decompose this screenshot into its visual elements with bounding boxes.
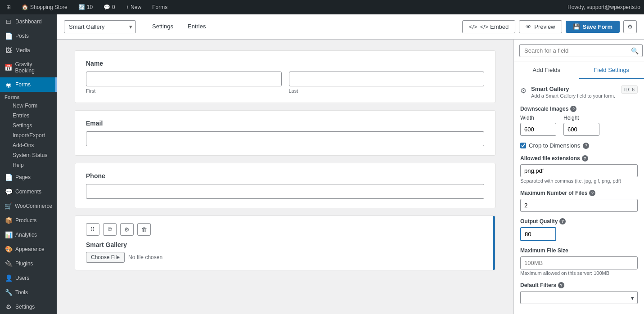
field-id-badge: ID: 6: [621, 85, 638, 94]
output-quality-input[interactable]: [520, 227, 556, 241]
sg-move-button[interactable]: ⠿: [86, 223, 99, 236]
height-input[interactable]: [563, 123, 599, 136]
crop-help-icon[interactable]: ?: [583, 143, 589, 149]
save-icon: 💾: [573, 23, 580, 30]
sidebar-item-plugins[interactable]: 🔌 Plugins: [0, 256, 57, 271]
gravity-booking-icon: 📅: [5, 64, 13, 71]
embed-button[interactable]: </> </> Embed: [462, 20, 515, 33]
sidebar-label-woocommerce: WooCommerce: [15, 203, 52, 209]
wp-logo-icon: ⊞: [6, 4, 11, 10]
sidebar-item-settings[interactable]: ⚙ Settings: [0, 300, 57, 314]
sidebar-sub-settings[interactable]: Settings: [0, 121, 57, 130]
sidebar-label-media: Media: [15, 47, 30, 54]
wp-logo-item[interactable]: ⊞: [4, 0, 14, 14]
sidebar-label-settings: Settings: [15, 304, 35, 310]
sidebar-item-gravity-booking[interactable]: 📅 Gravity Booking: [0, 58, 57, 77]
embed-label: </> Embed: [480, 23, 509, 30]
gear-icon: ⚙: [627, 23, 633, 30]
height-col: Height: [563, 115, 599, 136]
sidebar-label-users: Users: [15, 275, 29, 281]
tab-field-settings[interactable]: Field Settings: [579, 62, 644, 79]
sg-duplicate-button[interactable]: ⧉: [103, 223, 117, 236]
sidebar-sub-help[interactable]: Help: [0, 160, 57, 170]
max-files-help-icon[interactable]: ?: [589, 190, 595, 196]
allowed-ext-row: Allowed file extensions ? Separated with…: [520, 155, 638, 184]
updates-item[interactable]: 🔄 10: [76, 0, 95, 14]
sidebar-item-users[interactable]: 👤 Users: [0, 271, 57, 285]
sidebar-item-appearance[interactable]: 🎨 Appearance: [0, 242, 57, 256]
sidebar-item-dashboard[interactable]: ⊟ Dashboard: [0, 14, 57, 29]
smart-gallery-toolbar: ⠿ ⧉ ⚙ 🗑: [86, 223, 484, 236]
updates-count: 10: [87, 4, 93, 10]
sidebar-sub-new-form[interactable]: New Form: [0, 101, 57, 111]
email-input[interactable]: [86, 131, 484, 146]
choose-file-button[interactable]: Choose File: [86, 252, 125, 263]
sidebar-item-woocommerce[interactable]: 🛒 WooCommerce: [0, 199, 57, 213]
phone-input[interactable]: [86, 184, 484, 199]
sidebar: ⊟ Dashboard 📄 Posts 🖼 Media 📅 Gravity Bo…: [0, 14, 57, 314]
downscale-help-icon[interactable]: ?: [570, 106, 576, 112]
sidebar-item-analytics[interactable]: 📊 Analytics: [0, 228, 57, 242]
smart-gallery-field: ⠿ ⧉ ⚙ 🗑 Smart Gallery Choose File No fil…: [75, 215, 495, 270]
max-files-input[interactable]: [520, 199, 638, 212]
plugins-icon: 🔌: [5, 260, 13, 267]
tab-entries[interactable]: Entries: [180, 19, 213, 34]
comments-count: 0: [112, 4, 115, 10]
crop-checkbox[interactable]: [520, 143, 526, 148]
sidebar-item-comments[interactable]: 💬 Comments: [0, 184, 57, 199]
sidebar-item-tools[interactable]: 🔧 Tools: [0, 285, 57, 300]
save-form-button[interactable]: 💾 Save Form: [566, 21, 620, 33]
phone-field-group: Phone: [75, 163, 495, 208]
last-name-input[interactable]: [289, 72, 485, 86]
crop-label: Crop to Dimensions: [529, 142, 580, 149]
first-name-input[interactable]: [86, 72, 282, 86]
default-filters-help-icon[interactable]: ?: [558, 282, 564, 288]
sidebar-item-products[interactable]: 📦 Products: [0, 213, 57, 228]
sidebar-sub-import-export[interactable]: Import/Export: [0, 130, 57, 140]
output-quality-help-icon[interactable]: ?: [559, 218, 566, 224]
dashboard-icon: ⊟: [5, 18, 13, 25]
default-filters-select[interactable]: [520, 291, 638, 304]
max-file-size-label: Maximum File Size: [520, 247, 638, 254]
max-files-row: Maximum Number of Files ?: [520, 190, 638, 212]
allowed-ext-input[interactable]: [520, 164, 638, 177]
sidebar-item-media[interactable]: 🖼 Media: [0, 43, 57, 58]
new-item[interactable]: + New: [123, 0, 144, 14]
field-border-bar: [493, 216, 495, 270]
width-input[interactable]: [520, 123, 556, 136]
comments-sidebar-icon: 💬: [5, 188, 13, 195]
sidebar-item-forms[interactable]: ◉ Forms: [0, 77, 57, 92]
sg-delete-button[interactable]: 🗑: [137, 223, 151, 236]
sidebar-sub-entries[interactable]: Entries: [0, 111, 57, 121]
sidebar-label-tools: Tools: [15, 289, 28, 296]
sg-settings-button[interactable]: ⚙: [120, 223, 134, 236]
embed-code-icon: </>: [469, 23, 477, 30]
form-select[interactable]: Smart Gallery: [64, 20, 136, 33]
max-file-size-hint: Maximum allowed on this server: 100MB: [520, 270, 638, 276]
panel-tabs: Add Fields Field Settings: [514, 62, 644, 79]
sidebar-item-pages[interactable]: 📄 Pages: [0, 170, 57, 184]
max-file-size-row: Maximum File Size Maximum allowed on thi…: [520, 247, 638, 276]
forms-item[interactable]: Forms: [149, 0, 170, 14]
comments-item[interactable]: 💬 0: [101, 0, 118, 14]
site-name-item[interactable]: 🏠 Shopping Store: [19, 0, 70, 14]
tab-settings[interactable]: Settings: [145, 19, 180, 34]
form-settings-button[interactable]: ⚙: [623, 20, 637, 33]
forms-section-title: Forms: [0, 92, 57, 101]
form-builder: Name First Last Email: [57, 40, 644, 314]
sidebar-sub-addons[interactable]: Add-Ons: [0, 140, 57, 150]
form-select-wrapper: Smart Gallery ▾: [64, 20, 136, 33]
field-gear-icon: ⚙: [520, 86, 527, 95]
sidebar-sub-system-status[interactable]: System Status: [0, 150, 57, 160]
output-quality-label: Output Quality ?: [520, 218, 638, 224]
max-file-size-input[interactable]: [520, 256, 638, 269]
updates-icon: 🔄: [78, 4, 85, 10]
sidebar-item-posts[interactable]: 📄 Posts: [0, 29, 57, 43]
tab-add-fields[interactable]: Add Fields: [514, 62, 579, 79]
allowed-ext-help-icon[interactable]: ?: [582, 155, 588, 161]
preview-button[interactable]: 👁 Preview: [519, 20, 562, 33]
field-search-input[interactable]: [519, 44, 643, 57]
allowed-ext-hint: Separated with commas (i.e. jpg, gif, pn…: [520, 178, 638, 184]
toolbar-tabs: Settings Entries: [145, 19, 213, 34]
admin-bar: ⊞ 🏠 Shopping Store 🔄 10 💬 0 + New Forms …: [0, 0, 644, 14]
